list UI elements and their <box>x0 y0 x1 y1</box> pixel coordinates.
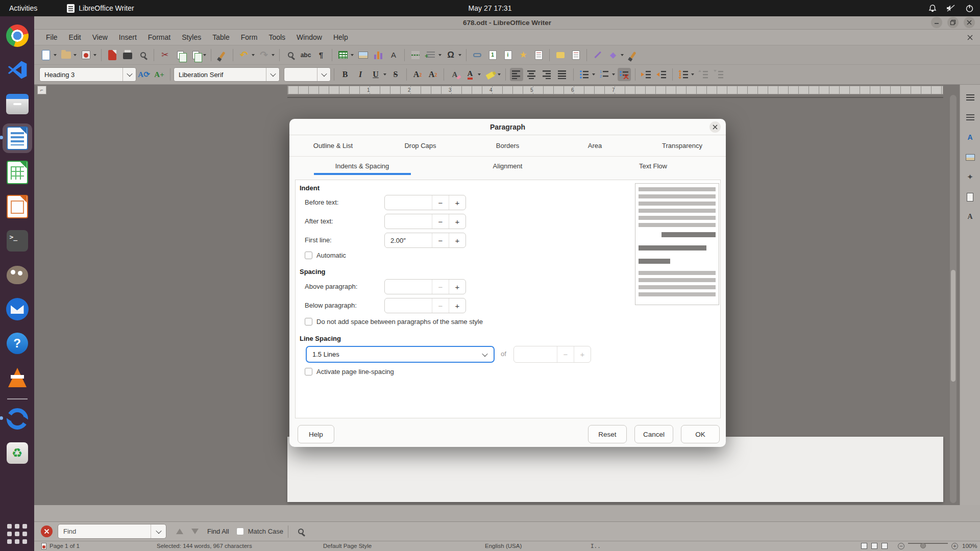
automatic-box[interactable] <box>305 252 312 259</box>
save-dropdown[interactable] <box>93 48 97 62</box>
insert-hyperlink-button[interactable] <box>471 48 484 62</box>
dock-blue-ring-app-icon[interactable] <box>3 404 32 434</box>
insert-endnote-button[interactable]: i <box>501 48 514 62</box>
help-button[interactable]: Help <box>298 425 334 443</box>
tab-area[interactable]: Area <box>551 142 639 149</box>
tab-indents-spacing[interactable]: Indents & Spacing <box>289 157 435 175</box>
find-history-dropdown[interactable] <box>151 524 166 538</box>
insert-bookmark-button[interactable]: ★ <box>517 48 530 62</box>
special-character-button[interactable]: Ω <box>444 48 457 62</box>
dock-thunderbird-icon[interactable] <box>3 294 32 324</box>
underline-button[interactable]: U <box>369 68 382 81</box>
sidebar-styles-icon[interactable]: A <box>963 130 977 144</box>
tab-drop-caps[interactable]: Drop Caps <box>377 142 464 149</box>
page-line-spacing-box[interactable] <box>305 368 312 375</box>
insert-mode-indicator[interactable]: I.. <box>591 543 601 549</box>
horizontal-ruler[interactable]: 1 2 3 4 5 6 7 <box>287 86 943 94</box>
menu-edit[interactable]: Edit <box>63 31 87 43</box>
dock-impress-icon[interactable] <box>3 192 32 221</box>
before-text-decrease[interactable]: − <box>432 195 449 210</box>
increase-indent-button[interactable] <box>640 68 653 81</box>
no-space-box[interactable] <box>305 318 312 325</box>
underline-dropdown[interactable] <box>383 68 387 81</box>
page-line-spacing-checkbox[interactable]: Activate page line-spacing <box>305 368 394 375</box>
above-paragraph-increase[interactable]: + <box>449 280 465 294</box>
first-line-decrease[interactable]: − <box>432 233 449 247</box>
menu-help[interactable]: Help <box>328 31 354 43</box>
insert-chart-button[interactable] <box>372 48 385 62</box>
show-applications-button[interactable] <box>7 524 27 544</box>
zoom-in-button[interactable]: + <box>951 543 958 549</box>
above-paragraph-decrease[interactable]: − <box>432 280 449 294</box>
line-spacing-dropdown[interactable] <box>691 68 695 81</box>
reset-button[interactable]: Reset <box>588 425 627 443</box>
dock-terminal-icon[interactable]: >_ <box>3 226 32 256</box>
basic-shapes-button[interactable]: ◆ <box>606 48 620 62</box>
multi-page-view-icon[interactable] <box>871 543 877 549</box>
new-document-dropdown[interactable] <box>54 48 58 62</box>
paste-button[interactable] <box>189 48 202 62</box>
find-all-button[interactable]: Find All <box>207 528 229 535</box>
page-count[interactable]: Page 1 of 1 <box>50 543 80 549</box>
word-count[interactable]: Selected: 144 words, 967 characters <box>157 543 252 549</box>
first-line-field[interactable]: 2.00″ − + <box>384 233 466 248</box>
basic-shapes-dropdown[interactable] <box>621 48 625 62</box>
bullet-list-button[interactable] <box>578 68 591 81</box>
sidebar-navigator-icon[interactable]: ✦ <box>963 170 977 184</box>
no-list-button[interactable] <box>618 68 631 81</box>
match-case-checkbox[interactable]: Match Case <box>236 528 283 535</box>
first-line-value[interactable]: 2.00″ <box>385 237 432 244</box>
paste-dropdown[interactable] <box>203 48 207 62</box>
insert-field-button[interactable] <box>424 48 437 62</box>
insert-comment-button[interactable] <box>554 48 567 62</box>
dock-trash-icon[interactable]: ♻ <box>3 438 32 468</box>
line-spacing-select[interactable]: 1.5 Lines <box>306 346 495 363</box>
dock-gimp-icon[interactable] <box>3 260 32 290</box>
cancel-button[interactable]: Cancel <box>634 425 673 443</box>
increase-paragraph-spacing-button[interactable] <box>697 68 710 81</box>
menu-view[interactable]: View <box>87 31 113 43</box>
document-close-icon[interactable] <box>967 34 973 42</box>
tab-outline-list[interactable]: Outline & List <box>289 142 377 149</box>
sidebar-settings-icon[interactable] <box>963 90 977 105</box>
strikethrough-button[interactable]: S <box>389 68 402 81</box>
find-input[interactable]: Find <box>58 524 166 539</box>
page-break-button[interactable] <box>409 48 422 62</box>
spellcheck-button[interactable]: abc <box>299 48 312 62</box>
window-titlebar[interactable]: 678.odt - LibreOffice Writer <box>34 16 980 30</box>
close-button[interactable] <box>964 17 975 28</box>
numbered-list-button[interactable]: 12 <box>598 68 611 81</box>
vertical-scrollbar[interactable] <box>950 95 957 503</box>
cross-reference-button[interactable] <box>532 48 545 62</box>
font-size-dropdown[interactable] <box>317 68 330 81</box>
ruler-tab-selector[interactable]: ⌐ <box>37 86 46 94</box>
menu-window[interactable]: Window <box>291 31 328 43</box>
power-icon[interactable] <box>965 4 974 13</box>
below-paragraph-field[interactable]: − + <box>384 298 466 313</box>
document-modified-icon[interactable] <box>41 543 46 549</box>
justify-button[interactable] <box>556 68 569 81</box>
sidebar-properties-icon[interactable] <box>963 110 977 124</box>
menu-form[interactable]: Form <box>235 31 263 43</box>
find-input-value[interactable]: Find <box>58 528 151 535</box>
no-space-checkbox[interactable]: Do not add space between paragraphs of t… <box>305 318 483 325</box>
superscript-button[interactable]: A2 <box>411 68 424 81</box>
highlight-color-button[interactable] <box>483 68 497 81</box>
bold-button[interactable]: B <box>338 68 352 81</box>
subscript-button[interactable]: A2 <box>426 68 439 81</box>
restore-button[interactable] <box>947 17 959 28</box>
font-size-combo[interactable] <box>284 67 331 82</box>
dialog-close-button[interactable] <box>709 121 721 133</box>
line-spacing-button[interactable] <box>677 68 690 81</box>
insert-line-button[interactable] <box>591 48 604 62</box>
dock-chrome-icon[interactable] <box>3 21 32 51</box>
menu-file[interactable]: File <box>40 31 63 43</box>
decrease-indent-button[interactable] <box>655 68 668 81</box>
tab-transparency[interactable]: Transparency <box>639 142 726 149</box>
align-left-button[interactable] <box>510 68 523 81</box>
save-button[interactable] <box>79 48 92 62</box>
book-view-icon[interactable] <box>881 543 888 549</box>
clear-formatting-button[interactable]: A <box>448 68 461 81</box>
dock-calc-icon[interactable] <box>3 158 32 187</box>
after-text-field[interactable]: − + <box>384 214 466 229</box>
